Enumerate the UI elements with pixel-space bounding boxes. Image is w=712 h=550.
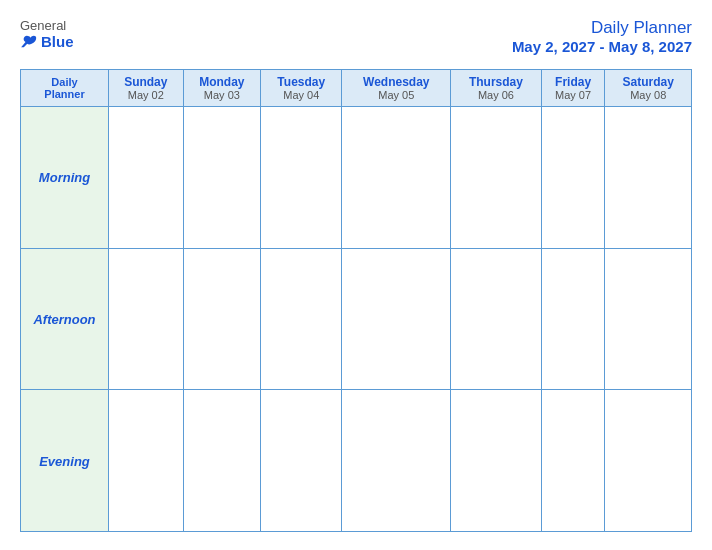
col-date-tuesday: May 04 — [264, 89, 338, 101]
cell-evening-wednesday[interactable] — [342, 390, 451, 532]
cell-evening-sunday[interactable] — [109, 390, 184, 532]
col-day-thursday: Thursday — [454, 75, 537, 89]
col-date-sunday: May 02 — [112, 89, 180, 101]
cell-morning-sunday[interactable] — [109, 107, 184, 249]
planner-date-range: May 2, 2027 - May 8, 2027 — [512, 38, 692, 55]
col-date-friday: May 07 — [545, 89, 602, 101]
col-header-wednesday: Wednesday May 05 — [342, 70, 451, 107]
row-label-afternoon: Afternoon — [21, 248, 109, 390]
col-header-saturday: Saturday May 08 — [605, 70, 692, 107]
page: General Blue Daily Planner May 2, 2027 -… — [0, 0, 712, 550]
title-area: Daily Planner May 2, 2027 - May 8, 2027 — [512, 18, 692, 55]
col-header-friday: Friday May 07 — [541, 70, 605, 107]
cell-afternoon-friday[interactable] — [541, 248, 605, 390]
col-day-monday: Monday — [187, 75, 258, 89]
cell-afternoon-monday[interactable] — [183, 248, 261, 390]
col-date-wednesday: May 05 — [345, 89, 447, 101]
col-day-wednesday: Wednesday — [345, 75, 447, 89]
cell-afternoon-thursday[interactable] — [451, 248, 541, 390]
planner-title: Daily Planner — [512, 18, 692, 38]
logo-general-text: General — [20, 18, 66, 33]
cell-morning-wednesday[interactable] — [342, 107, 451, 249]
col-day-friday: Friday — [545, 75, 602, 89]
col-header-daily-planner: Daily Planner — [21, 70, 109, 107]
header: General Blue Daily Planner May 2, 2027 -… — [20, 18, 692, 55]
morning-row: Morning — [21, 107, 692, 249]
row-label-morning: Morning — [21, 107, 109, 249]
cell-evening-friday[interactable] — [541, 390, 605, 532]
cell-evening-saturday[interactable] — [605, 390, 692, 532]
col-header-sunday: Sunday May 02 — [109, 70, 184, 107]
cell-morning-tuesday[interactable] — [261, 107, 342, 249]
cell-afternoon-tuesday[interactable] — [261, 248, 342, 390]
dp-label-planner: Planner — [24, 88, 105, 100]
logo-bird-icon — [20, 35, 38, 49]
cell-evening-thursday[interactable] — [451, 390, 541, 532]
col-date-monday: May 03 — [187, 89, 258, 101]
col-day-tuesday: Tuesday — [264, 75, 338, 89]
cell-evening-tuesday[interactable] — [261, 390, 342, 532]
col-date-saturday: May 08 — [608, 89, 688, 101]
calendar-table: Daily Planner Sunday May 02 Monday May 0… — [20, 69, 692, 532]
logo-area: General Blue — [20, 18, 74, 50]
cell-afternoon-wednesday[interactable] — [342, 248, 451, 390]
evening-label: Evening — [39, 454, 90, 469]
col-day-sunday: Sunday — [112, 75, 180, 89]
column-headers-row: Daily Planner Sunday May 02 Monday May 0… — [21, 70, 692, 107]
cell-morning-saturday[interactable] — [605, 107, 692, 249]
cell-morning-thursday[interactable] — [451, 107, 541, 249]
row-label-evening: Evening — [21, 390, 109, 532]
afternoon-row: Afternoon — [21, 248, 692, 390]
col-header-monday: Monday May 03 — [183, 70, 261, 107]
cell-morning-monday[interactable] — [183, 107, 261, 249]
evening-row: Evening — [21, 390, 692, 532]
morning-label: Morning — [39, 170, 90, 185]
col-date-thursday: May 06 — [454, 89, 537, 101]
cell-afternoon-sunday[interactable] — [109, 248, 184, 390]
logo-blue-text: Blue — [20, 33, 74, 50]
col-day-saturday: Saturday — [608, 75, 688, 89]
cell-morning-friday[interactable] — [541, 107, 605, 249]
dp-label-daily: Daily — [24, 76, 105, 88]
afternoon-label: Afternoon — [33, 312, 95, 327]
cell-afternoon-saturday[interactable] — [605, 248, 692, 390]
col-header-thursday: Thursday May 06 — [451, 70, 541, 107]
cell-evening-monday[interactable] — [183, 390, 261, 532]
col-header-tuesday: Tuesday May 04 — [261, 70, 342, 107]
